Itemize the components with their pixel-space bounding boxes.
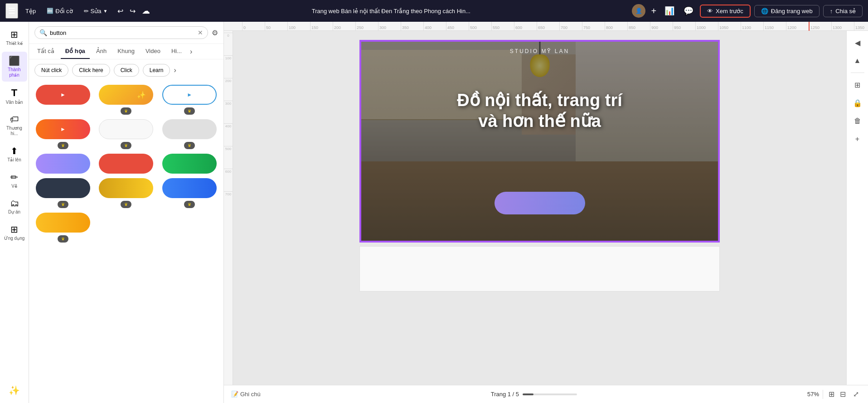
publish-label: Đăng trang web bbox=[771, 8, 813, 15]
comments-button[interactable]: 💬 bbox=[681, 4, 696, 18]
collapse-left-button[interactable]: ◀ bbox=[849, 34, 866, 51]
list-item[interactable]: ► bbox=[34, 85, 92, 115]
list-item[interactable] bbox=[97, 154, 156, 174]
fullscreen-button[interactable]: ⤢ bbox=[851, 389, 861, 399]
more-chips-button[interactable]: › bbox=[174, 66, 176, 74]
publish-button[interactable]: 🌐 Đăng trang web bbox=[754, 5, 820, 17]
hero-cta-button[interactable] bbox=[495, 192, 585, 214]
ruler-mark: 1200 bbox=[786, 22, 809, 31]
list-item[interactable]: ♛ bbox=[34, 213, 92, 243]
edit-icon: ✏ bbox=[84, 8, 89, 15]
grid-view-button[interactable]: ⊞ bbox=[827, 389, 836, 399]
list-item[interactable]: ♛ bbox=[97, 119, 156, 149]
collapse-up-button[interactable]: ▲ bbox=[849, 53, 866, 69]
ruler-mark: 1000 bbox=[695, 22, 718, 31]
ruler-v-mark: 700 bbox=[224, 191, 233, 214]
list-item[interactable]: ► ♛ bbox=[160, 85, 219, 115]
filter-button[interactable]: ⚙ bbox=[212, 29, 218, 37]
list-item[interactable] bbox=[160, 154, 219, 174]
redo-button[interactable]: ↪ bbox=[127, 5, 138, 17]
chip-nut-click[interactable]: Nút click bbox=[34, 64, 68, 77]
button-preview-gold bbox=[99, 178, 153, 198]
ruler-mark: 450 bbox=[446, 22, 469, 31]
avatar[interactable]: 👤 bbox=[632, 4, 645, 18]
panel-scroll: ► ✨ ♛ ► ♛ ► bbox=[29, 81, 223, 403]
delete-button[interactable]: 🗑 bbox=[849, 113, 866, 129]
tab-all[interactable]: Tất cả bbox=[33, 44, 59, 59]
more-categories-button[interactable]: › bbox=[188, 46, 194, 58]
ruler-mark: 350 bbox=[401, 22, 423, 31]
sidebar-item-upload[interactable]: ⬆ Tải lên bbox=[2, 142, 27, 166]
canvas-page-2[interactable] bbox=[359, 246, 720, 291]
sidebar-item-text[interactable]: T Văn bản bbox=[2, 83, 27, 109]
ruler-v-mark: 300 bbox=[224, 101, 233, 123]
tab-frames[interactable]: Khung bbox=[113, 44, 139, 59]
ruler-mark: 1350 bbox=[854, 22, 868, 31]
view-buttons: ⊞ ⊟ bbox=[827, 389, 848, 399]
crown-badge: ♛ bbox=[121, 201, 131, 208]
sidebar-item-brand[interactable]: 🏷 Thương hi... bbox=[2, 111, 27, 140]
magic-icon: ✨ bbox=[9, 385, 20, 396]
sidebar-item-components[interactable]: ⬛ Thành phần bbox=[2, 52, 27, 82]
sidebar-item-apps[interactable]: ⊞ Ứng dụng bbox=[2, 220, 27, 245]
list-item[interactable]: ♛ bbox=[160, 119, 219, 149]
ruler-vertical: 0 100 200 300 400 500 600 700 bbox=[224, 31, 233, 385]
add-element-button[interactable]: + bbox=[849, 131, 866, 147]
toolbar-right: 👤 + 📊 💬 👁 Xem trước 🌐 Đăng trang web ↑ C… bbox=[632, 4, 863, 18]
button-preview-orange: ► bbox=[36, 119, 90, 139]
hero-subtitle: và hơn thế nữa bbox=[432, 111, 647, 132]
search-input[interactable] bbox=[50, 29, 195, 36]
sidebar-item-project[interactable]: 🗂 Dự án bbox=[2, 194, 27, 218]
list-item[interactable]: ✨ ♛ bbox=[97, 85, 156, 115]
multi-view-button[interactable]: ⊟ bbox=[838, 389, 848, 399]
ruler-mark: 300 bbox=[378, 22, 401, 31]
button-preview-green bbox=[162, 154, 217, 174]
sidebar-item-draw[interactable]: ✏ Vẽ bbox=[2, 168, 27, 193]
ruler-arrow-icon: ▼ bbox=[807, 22, 814, 23]
chip-click-here[interactable]: Click here bbox=[72, 64, 110, 77]
tab-more[interactable]: Hi... bbox=[167, 44, 186, 59]
list-item[interactable]: ♛ bbox=[160, 178, 219, 208]
cloud-save-icon: ☁ bbox=[142, 6, 150, 16]
ruler-v-mark: 100 bbox=[224, 55, 233, 78]
components-icon: ⬛ bbox=[9, 55, 20, 66]
text-label: Văn bản bbox=[6, 100, 23, 105]
list-item[interactable]: ► ♛ bbox=[34, 119, 92, 149]
lock-button[interactable]: 🔒 bbox=[849, 95, 866, 111]
file-menu-button[interactable]: Tệp bbox=[22, 6, 39, 16]
bottom-bar-center: Trang 1 / 5 bbox=[491, 391, 577, 398]
rename-button[interactable]: 🔤 Đổi cờ bbox=[43, 6, 76, 16]
preview-button[interactable]: 👁 Xem trước bbox=[700, 5, 751, 18]
list-item[interactable]: ♛ bbox=[34, 178, 92, 208]
tab-photos[interactable]: Ảnh bbox=[92, 44, 111, 59]
clear-search-button[interactable]: ✕ bbox=[198, 29, 203, 36]
chip-click[interactable]: Click bbox=[114, 64, 139, 77]
stats-button[interactable]: 📊 bbox=[662, 4, 677, 18]
editor-area: 0 50 100 150 200 250 300 350 400 450 500… bbox=[224, 22, 868, 403]
ruler-mark: 1300 bbox=[831, 22, 854, 31]
chip-learn[interactable]: Learn bbox=[143, 64, 170, 77]
tab-graphics[interactable]: Đồ họa bbox=[61, 44, 90, 59]
button-preview-gray bbox=[162, 119, 217, 139]
sidebar-icons: ⊞ Thiết kế ⬛ Thành phần T Văn bản 🏷 Thươ… bbox=[0, 22, 29, 403]
add-collaborator-button[interactable]: + bbox=[649, 6, 658, 16]
crown-badge: ♛ bbox=[184, 201, 195, 208]
crown-badge: ♛ bbox=[184, 107, 195, 115]
page-progress-fill bbox=[523, 393, 533, 395]
draw-label: Vẽ bbox=[11, 184, 17, 189]
brand-label: Thương hi... bbox=[4, 126, 25, 136]
share-button[interactable]: ↑ Chia sẻ bbox=[823, 5, 863, 17]
list-item[interactable]: ♛ bbox=[97, 178, 156, 208]
file-label: Tệp bbox=[25, 8, 36, 15]
notes-button[interactable]: 📝 Ghi chú bbox=[231, 391, 261, 398]
edit-button[interactable]: ✏ Sửa ▼ bbox=[80, 6, 112, 16]
canvas-area[interactable]: STUDIO MỸ LAN Đồ nội thất, trang trí và … bbox=[233, 31, 846, 385]
layers-button[interactable]: ⊞ bbox=[849, 77, 866, 93]
sidebar-item-magic[interactable]: ✨ bbox=[2, 381, 27, 399]
sidebar-item-design[interactable]: ⊞ Thiết kế bbox=[2, 25, 27, 50]
tab-video[interactable]: Video bbox=[141, 44, 165, 59]
undo-button[interactable]: ↩ bbox=[115, 5, 126, 17]
canvas-page-1[interactable]: STUDIO MỸ LAN Đồ nội thất, trang trí và … bbox=[359, 40, 720, 243]
list-item[interactable] bbox=[34, 154, 92, 174]
menu-button[interactable]: ☰ bbox=[5, 3, 18, 19]
